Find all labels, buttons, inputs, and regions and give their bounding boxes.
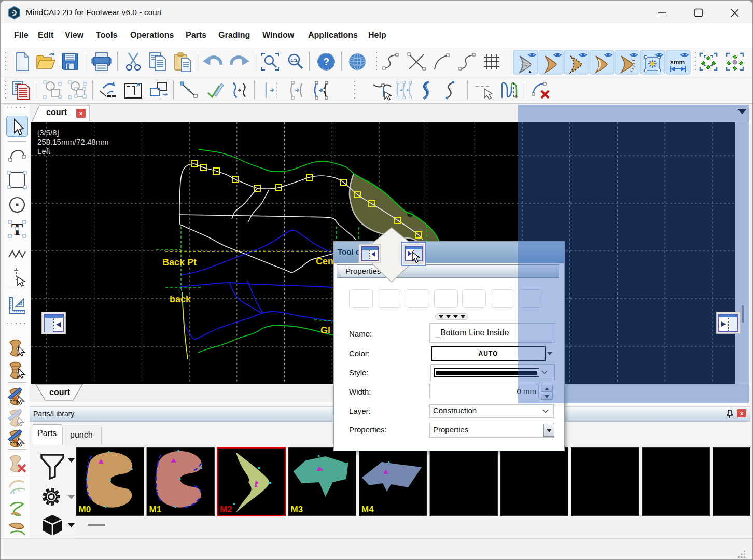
svg-text:M1: M1 xyxy=(149,505,162,514)
svg-text:M4: M4 xyxy=(361,505,374,514)
svg-text:Cen: Cen xyxy=(316,256,333,267)
svg-text:×mm: ×mm xyxy=(670,59,685,66)
svg-text:[3/5/8]: [3/5/8] xyxy=(37,128,59,137)
svg-text:Gi: Gi xyxy=(320,325,330,335)
svg-text:1:1: 1:1 xyxy=(290,58,297,63)
svg-text:court: court xyxy=(49,388,71,397)
svg-text:?: ? xyxy=(323,56,329,67)
svg-text:Left: Left xyxy=(37,147,51,156)
svg-text:M0: M0 xyxy=(79,505,91,514)
svg-text:back: back xyxy=(170,294,191,304)
svg-text:M3: M3 xyxy=(291,505,303,514)
svg-text:258.15mm/72.48mm: 258.15mm/72.48mm xyxy=(37,137,109,146)
svg-text:Back Pt: Back Pt xyxy=(162,257,197,268)
svg-text:M2: M2 xyxy=(220,505,232,514)
